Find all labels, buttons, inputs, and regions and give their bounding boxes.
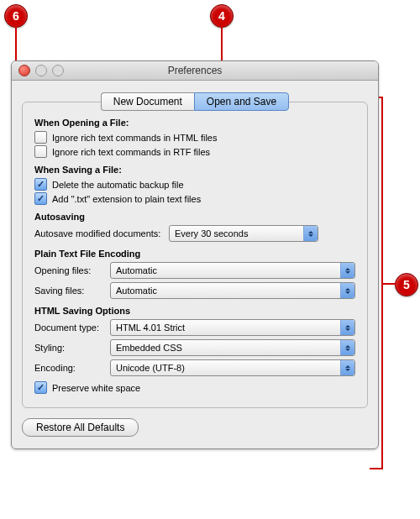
html-heading: HTML Saving Options bbox=[34, 306, 355, 316]
encoding-select[interactable]: Unicode (UTF-8) bbox=[110, 359, 355, 376]
label-preserve-whitespace: Preserve white space bbox=[52, 382, 140, 393]
opening-heading: When Opening a File: bbox=[34, 118, 355, 128]
opening-files-value: Automatic bbox=[116, 265, 157, 275]
callout-6: 6 bbox=[4, 4, 28, 28]
label-ignore-rtf: Ignore rich text commands in RTF files bbox=[52, 146, 210, 157]
opening-files-label: Opening files: bbox=[34, 265, 110, 275]
styling-value: Embedded CSS bbox=[116, 343, 182, 353]
preferences-window: Preferences New Document Open and Save W… bbox=[11, 60, 379, 449]
saving-heading: When Saving a File: bbox=[34, 165, 355, 175]
checkbox-delete-backup[interactable] bbox=[34, 178, 47, 191]
doctype-value: HTML 4.01 Strict bbox=[116, 322, 185, 333]
tab-bar: New Document Open and Save bbox=[22, 92, 368, 111]
stepper-icon bbox=[340, 320, 354, 335]
opening-files-select[interactable]: Automatic bbox=[110, 262, 355, 279]
doctype-select[interactable]: HTML 4.01 Strict bbox=[110, 319, 355, 336]
saving-files-select[interactable]: Automatic bbox=[110, 282, 355, 299]
open-save-panel: When Opening a File: Ignore rich text co… bbox=[22, 102, 368, 408]
stepper-icon bbox=[340, 340, 354, 355]
window-title: Preferences bbox=[12, 65, 378, 76]
stepper-icon bbox=[340, 360, 354, 375]
callout-5: 5 bbox=[395, 273, 418, 296]
encoding-value: Unicode (UTF-8) bbox=[116, 363, 185, 373]
autosave-value: Every 30 seconds bbox=[175, 228, 248, 239]
styling-select[interactable]: Embedded CSS bbox=[110, 339, 355, 356]
autosave-label: Autosave modified documents: bbox=[34, 228, 169, 239]
autosave-heading: Autosaving bbox=[34, 212, 355, 222]
callout-line-5 bbox=[382, 283, 396, 285]
tab-new-document[interactable]: New Document bbox=[101, 92, 194, 111]
checkbox-add-txt[interactable] bbox=[34, 192, 47, 205]
autosave-select[interactable]: Every 30 seconds bbox=[169, 225, 318, 242]
styling-label: Styling: bbox=[34, 343, 110, 353]
checkbox-ignore-html[interactable] bbox=[34, 131, 47, 144]
encoding-heading: Plain Text File Encoding bbox=[34, 249, 355, 259]
callout-4: 4 bbox=[210, 4, 234, 28]
tab-open-and-save[interactable]: Open and Save bbox=[194, 92, 289, 111]
encoding-label: Encoding: bbox=[34, 363, 110, 373]
stepper-icon bbox=[340, 283, 354, 298]
saving-files-value: Automatic bbox=[116, 286, 157, 296]
titlebar: Preferences bbox=[12, 61, 378, 81]
label-ignore-html: Ignore rich text commands in HTML files bbox=[52, 132, 217, 143]
label-add-txt: Add ".txt" extension to plain text files bbox=[52, 193, 201, 204]
restore-defaults-button[interactable]: Restore All Defaults bbox=[22, 418, 139, 437]
stepper-icon bbox=[303, 226, 318, 241]
stepper-icon bbox=[340, 263, 354, 278]
label-delete-backup: Delete the automatic backup file bbox=[52, 179, 184, 190]
saving-files-label: Saving files: bbox=[34, 286, 110, 296]
doctype-label: Document type: bbox=[34, 322, 110, 333]
checkbox-ignore-rtf[interactable] bbox=[34, 145, 47, 158]
checkbox-preserve-whitespace[interactable] bbox=[34, 381, 47, 394]
